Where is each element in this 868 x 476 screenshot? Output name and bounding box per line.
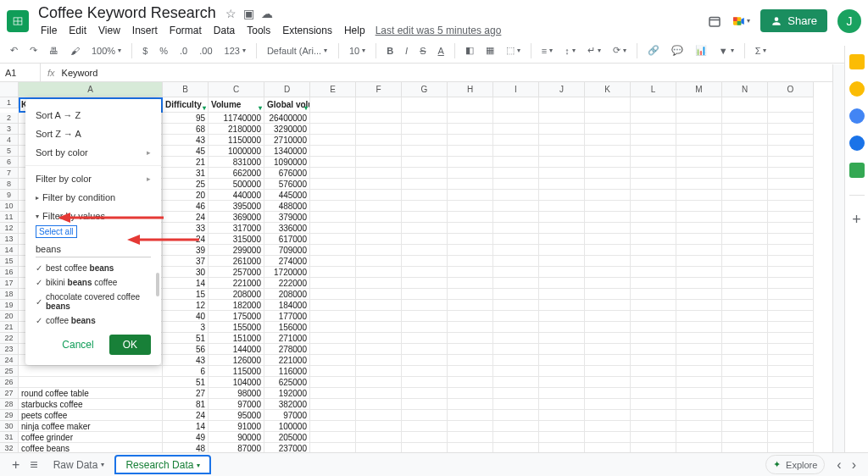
cell[interactable] — [676, 300, 722, 311]
cell[interactable] — [310, 212, 356, 223]
cell[interactable] — [585, 377, 631, 388]
cell[interactable] — [448, 201, 493, 212]
cell[interactable] — [722, 190, 768, 201]
cell[interactable] — [493, 135, 539, 146]
row-header[interactable]: 10 — [0, 201, 19, 212]
cell[interactable] — [539, 322, 585, 333]
cell[interactable] — [493, 267, 539, 278]
cell[interactable] — [676, 377, 722, 388]
row-header[interactable]: 28 — [0, 399, 19, 410]
cell[interactable] — [631, 267, 676, 278]
cell[interactable] — [448, 311, 493, 322]
cell[interactable]: 20 — [163, 190, 209, 201]
row-header[interactable]: 5 — [0, 146, 19, 157]
tasks-icon[interactable] — [849, 108, 865, 124]
cell[interactable] — [448, 135, 493, 146]
cell[interactable] — [768, 168, 814, 179]
cell[interactable] — [631, 223, 676, 234]
account-avatar[interactable]: J — [837, 9, 861, 33]
cell[interactable] — [310, 97, 356, 113]
undo-icon[interactable]: ↶ — [7, 43, 21, 58]
cell[interactable]: 31 — [163, 168, 209, 179]
cell[interactable] — [356, 190, 402, 201]
rotate-icon[interactable]: ⟳▾ — [609, 43, 630, 58]
row-header[interactable]: 26 — [0, 377, 19, 388]
cell[interactable]: 369000 — [209, 212, 264, 223]
cell[interactable] — [585, 421, 631, 432]
print-icon[interactable]: 🖶 — [46, 44, 62, 58]
cell[interactable] — [585, 366, 631, 377]
cell[interactable] — [585, 179, 631, 190]
cell[interactable] — [493, 366, 539, 377]
cell[interactable] — [631, 135, 676, 146]
row-header[interactable]: 29 — [0, 410, 19, 421]
cell[interactable] — [448, 157, 493, 168]
text-color-icon[interactable]: A — [435, 44, 448, 58]
cell[interactable] — [676, 256, 722, 267]
chart-icon[interactable]: 📊 — [692, 43, 710, 58]
zoom-select[interactable]: 100%▾ — [88, 44, 125, 58]
cell[interactable] — [539, 97, 585, 113]
col-header-C[interactable]: C — [209, 82, 264, 97]
cell[interactable]: 43 — [163, 355, 209, 366]
cell[interactable] — [402, 97, 448, 113]
cell[interactable] — [585, 212, 631, 223]
cell[interactable] — [676, 212, 722, 223]
cell[interactable] — [448, 432, 493, 443]
cell[interactable] — [493, 113, 539, 124]
cell[interactable]: 25 — [163, 179, 209, 190]
cell[interactable] — [539, 157, 585, 168]
cell[interactable] — [768, 355, 814, 366]
filter-toolbar-icon[interactable]: ▼▾ — [715, 44, 737, 58]
cell[interactable] — [585, 289, 631, 300]
filter-value-item[interactable]: ✓best coffee beans — [25, 261, 161, 275]
cell[interactable] — [402, 201, 448, 212]
cell[interactable] — [493, 124, 539, 135]
cell[interactable] — [493, 190, 539, 201]
cell[interactable]: 205000 — [264, 432, 310, 443]
menu-edit[interactable]: Edit — [64, 23, 92, 38]
cell[interactable] — [676, 333, 722, 344]
col-header-F[interactable]: F — [356, 82, 402, 97]
cell[interactable]: 192000 — [264, 388, 310, 399]
cell[interactable] — [356, 223, 402, 234]
cell[interactable]: 208000 — [209, 289, 264, 300]
cell[interactable]: 91000 — [209, 421, 264, 432]
cell[interactable] — [585, 322, 631, 333]
cell[interactable] — [402, 311, 448, 322]
cell[interactable] — [493, 432, 539, 443]
cell[interactable] — [493, 355, 539, 366]
col-header-H[interactable]: H — [448, 82, 493, 97]
cell[interactable] — [310, 267, 356, 278]
row-header[interactable]: 19 — [0, 300, 19, 311]
cell[interactable] — [310, 168, 356, 179]
cell[interactable] — [768, 421, 814, 432]
cell[interactable] — [539, 201, 585, 212]
cell[interactable]: 500000 — [209, 179, 264, 190]
cell[interactable] — [448, 124, 493, 135]
cell[interactable] — [310, 432, 356, 443]
cell[interactable] — [493, 322, 539, 333]
cell[interactable] — [539, 234, 585, 245]
document-title[interactable]: Coffee Keyword Research — [36, 3, 219, 23]
cell[interactable]: 576000 — [264, 179, 310, 190]
cell[interactable]: 12 — [163, 300, 209, 311]
keep-icon[interactable] — [849, 81, 865, 97]
cell[interactable] — [310, 355, 356, 366]
cell[interactable] — [448, 322, 493, 333]
cell[interactable]: 24 — [163, 410, 209, 421]
cell[interactable] — [402, 135, 448, 146]
cell[interactable] — [722, 223, 768, 234]
cell[interactable] — [402, 234, 448, 245]
cell[interactable] — [402, 267, 448, 278]
cell[interactable] — [539, 245, 585, 256]
cell[interactable] — [585, 311, 631, 322]
select-all-link[interactable]: Select all — [36, 225, 77, 238]
cell[interactable] — [631, 344, 676, 355]
cell[interactable] — [585, 124, 631, 135]
cell[interactable]: 30 — [163, 267, 209, 278]
cell[interactable] — [585, 355, 631, 366]
halign-icon[interactable]: ≡▾ — [538, 44, 556, 58]
cell[interactable]: 116000 — [264, 366, 310, 377]
functions-icon[interactable]: Σ▾ — [752, 44, 771, 58]
